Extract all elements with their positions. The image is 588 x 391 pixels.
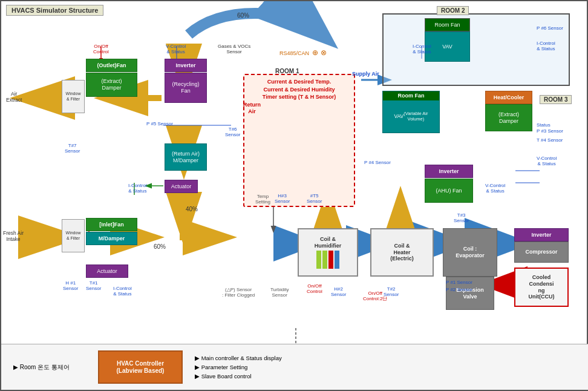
parameter-setting-label: ▶ Parameter Setting <box>195 364 282 370</box>
extract-damper-right: (Extract) Damper <box>485 104 532 131</box>
gases-vocs-label: Gases & VOCs Sensor <box>218 38 250 55</box>
actuator1-box: Actuator <box>165 180 198 193</box>
temp-setting-label: Temp Setting <box>255 188 270 205</box>
heat-cooler-box: Heat/Cooler <box>485 91 532 104</box>
return-air-damper: (Return Air) M/Damper <box>165 143 207 171</box>
p2-sensor: P #2 Sensor <box>446 287 472 292</box>
p5-sensor: P #5 Sensor <box>146 121 173 126</box>
room2-label: ROOM 2 <box>437 6 469 15</box>
extract-damper-top: (Extract) Damper <box>86 73 137 97</box>
h1-sensor: H #1 Sensor <box>63 275 78 291</box>
bottom-labels: ▶ Main controller & Status display ▶ Par… <box>195 355 282 380</box>
room-fan-vav-box: Room Fan VAV(Variable AirVolume) <box>382 91 440 133</box>
inverter-top: Inverter <box>165 59 207 72</box>
percent60-bottom: 60% <box>154 243 166 251</box>
i-control-middle: I-Control & Status <box>128 177 147 194</box>
inverter-compressor-box: Inverter <box>514 228 569 242</box>
title-bar: HVACS Simulator Structure <box>6 5 103 16</box>
h3-sensor: H#3 Sensor <box>275 188 290 204</box>
t7-sensor: T#7 Sensor <box>65 137 80 154</box>
window-filter-bottom: Window& Filter <box>62 219 85 252</box>
on-off-control-2dan: On/Off Control:2단 <box>363 284 387 302</box>
v-control-room3: V-Control & Status <box>537 150 557 167</box>
ccu-box: Cooled Condensi ng Unit(CCU) <box>514 268 569 307</box>
coil-evaporator-box: Coil : Evaporator <box>443 228 497 277</box>
outlet-fan-box: (Outlet)Fan <box>86 59 137 72</box>
supply-air-label: Supply Air <box>352 71 379 77</box>
p3-sensor: P #3 Sensor <box>537 128 563 134</box>
rs485-label: RS485/CAN ⊕ ⊗ <box>279 48 327 57</box>
h2-sensor: H#2 Sensor <box>331 281 346 297</box>
air-extract-label: Air Extract <box>6 91 22 103</box>
compressor-box: Compressor <box>514 242 569 263</box>
p6-sensor: P #6 Sensor <box>537 25 563 31</box>
status-room3: Status <box>537 122 550 128</box>
slave-board-label: ▶ Slave Board control <box>195 373 282 380</box>
coil-humidifier-box: Coil & Humidifier <box>298 228 358 277</box>
p1-sensor: P #1 Sensor <box>446 280 472 285</box>
i-control-room2: I-Control & Status <box>413 38 431 55</box>
t5-sensor: #T5 Sensor <box>307 188 322 204</box>
turbidity-sensor: Turbidity Sensor <box>270 281 289 298</box>
ahu-fan-box: (AHU) Fan <box>425 179 473 203</box>
room3-label: ROOM 3 <box>540 95 572 104</box>
t1-sensor: T#1 Sensor <box>86 275 101 291</box>
percent40: 40% <box>186 206 198 213</box>
fresh-air-label: Fresh Air Intake <box>3 230 24 242</box>
window-filter-top: Window& Filter <box>62 80 85 113</box>
room-fan2-box: Room Fan <box>425 18 470 31</box>
p4-sensor: P #4 Sensor <box>364 160 391 165</box>
on-off-control-label: On/Off Control <box>93 38 109 55</box>
t6-sensor: T#6 Sensor <box>225 121 240 137</box>
main-container: HVACS Simulator Structure <box>0 0 588 391</box>
t3-sensor: T#3 Sensor <box>454 207 469 223</box>
i-control-bottom: I-Control & Status <box>113 280 132 297</box>
bottom-panel: ▶ Room 온도 통제어 HVAC Controller (Labview B… <box>1 344 588 390</box>
room1-area: Current & Desired Temp. Current & Desire… <box>243 74 355 207</box>
return-air-label: Return Air <box>243 95 261 114</box>
v-control-top: V-Control & Status <box>166 38 186 55</box>
v-control-ahu: V-Control & Status <box>485 177 505 194</box>
coil-heater-box: Coil & Heater (Electric) <box>370 228 434 277</box>
on-off-control-bottom: On/Off Control <box>307 277 322 295</box>
vav2-box: VAV <box>425 31 470 62</box>
i-control-room2-right: I-Control & Status <box>537 34 555 52</box>
percent60-top: 60% <box>237 12 249 19</box>
hvac-controller-box: HVAC Controller (Labview Based) <box>98 350 183 384</box>
delta-p-sensor: (△P) Sensor : Filter Clogged <box>222 281 255 298</box>
main-controller-label: ▶ Main controller & Status display <box>195 355 282 361</box>
inverter-ahu-box: Inverter <box>425 165 473 178</box>
m-damper-box: M/Damper <box>86 232 137 245</box>
inlet-fan-box: [Inlet]Fan <box>86 218 137 231</box>
room-temp-label: ▶ Room 온도 통제어 <box>13 363 86 372</box>
main-title: HVACS Simulator Structure <box>11 7 98 14</box>
recycling-fan-box: (Recycling) Fan <box>165 73 207 103</box>
t4-sensor: T #4 Sensor <box>537 137 563 143</box>
